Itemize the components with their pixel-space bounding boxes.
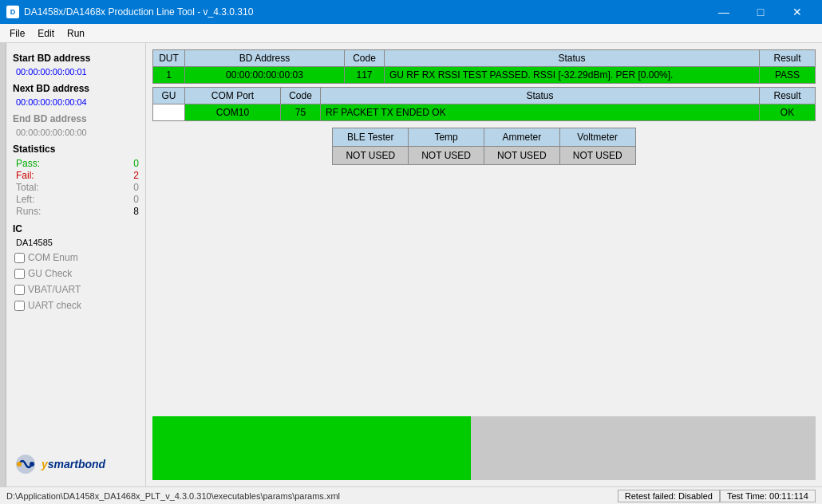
voltmeter-value: NOT USED xyxy=(559,147,635,165)
retest-status: Retest failed: Disabled xyxy=(618,490,720,502)
dut-result: PASS xyxy=(760,67,816,84)
statistics-label: Statistics xyxy=(13,144,139,155)
runs-label: Runs: xyxy=(16,206,85,217)
svg-point-2 xyxy=(30,462,34,467)
instruments-header: BLE Tester Temp Ammeter Voltmeter xyxy=(333,128,635,147)
menu-bar: File Edit Run xyxy=(0,24,822,43)
status-right: Retest failed: Disabled Test Time: 00:11… xyxy=(618,490,816,502)
fail-label: Fail: xyxy=(16,170,85,181)
total-value: 0 xyxy=(89,182,139,193)
start-bd-value: 00:00:00:00:00:01 xyxy=(16,67,139,77)
checkbox-gu-check[interactable]: GU Check xyxy=(14,268,139,279)
vbat-uart-label: VBAT/UART xyxy=(28,284,81,295)
dut-code: 117 xyxy=(345,67,385,84)
temp-header: Temp xyxy=(409,128,484,147)
checkbox-com-enum[interactable]: COM Enum xyxy=(14,252,139,263)
left-panel: Start BD address 00:00:00:00:00:01 Next … xyxy=(6,43,146,486)
progress-area xyxy=(152,416,816,480)
gu-code: 75 xyxy=(281,104,321,121)
com-port-col-header: COM Port xyxy=(185,88,281,104)
left-label: Left: xyxy=(16,194,85,205)
ble-tester-value: NOT USED xyxy=(333,147,409,165)
status-path: D:\Application\DA1458x_DA1468x_PLT_v_4.3… xyxy=(6,491,618,501)
next-bd-label: Next BD address xyxy=(13,83,139,94)
ammeter-header: Ammeter xyxy=(484,128,560,147)
smartbond-text-container: ysmartbond xyxy=(41,458,105,471)
menu-edit[interactable]: Edit xyxy=(31,24,61,42)
gu-status-col-header: Status xyxy=(321,88,760,104)
gu-table-row: COM10 75 RF PACKET TX ENDED OK OK xyxy=(153,104,816,121)
com-enum-label: COM Enum xyxy=(28,252,78,263)
uart-check-label: UART check xyxy=(28,300,81,311)
smartbond-brand: ysmartbond xyxy=(41,458,105,471)
gu-check-label: GU Check xyxy=(28,268,72,279)
bd-address-col-header: BD Address xyxy=(185,50,345,67)
total-label: Total: xyxy=(16,182,85,193)
app-icon: D xyxy=(6,6,19,18)
pass-value: 0 xyxy=(89,158,139,169)
ic-label: IC xyxy=(13,223,139,234)
right-panel: DUT BD Address Code Status Result 1 00:0… xyxy=(146,43,822,486)
checkbox-vbat-uart[interactable]: VBAT/UART xyxy=(14,284,139,295)
dut-table-header: DUT BD Address Code Status Result xyxy=(153,50,816,67)
gu-result: OK xyxy=(760,104,816,121)
gu-number xyxy=(153,104,185,121)
left-value: 0 xyxy=(89,194,139,205)
menu-run[interactable]: Run xyxy=(61,24,91,42)
test-time: Test Time: 00:11:114 xyxy=(720,490,816,502)
checkbox-uart-check[interactable]: UART check xyxy=(14,300,139,311)
gu-code-col-header: Code xyxy=(281,88,321,104)
progress-green-bar xyxy=(152,416,471,480)
menu-file[interactable]: File xyxy=(3,24,31,42)
uart-check-checkbox[interactable] xyxy=(14,301,25,311)
gu-table-header: GU COM Port Code Status Result xyxy=(153,88,816,104)
ammeter-value: NOT USED xyxy=(484,147,560,165)
next-bd-value: 00:00:00:00:00:04 xyxy=(16,97,139,107)
smartbond-svg-icon xyxy=(13,451,38,477)
runs-value: 8 xyxy=(89,206,139,217)
ble-tester-header: BLE Tester xyxy=(333,128,409,147)
fail-value: 2 xyxy=(89,170,139,181)
com-enum-checkbox[interactable] xyxy=(14,253,25,263)
voltmeter-header: Voltmeter xyxy=(559,128,635,147)
result-col-header: Result xyxy=(760,50,816,67)
smartbond-logo: ysmartbond xyxy=(13,448,139,480)
gu-status: RF PACKET TX ENDED OK xyxy=(321,104,760,121)
gu-table: GU COM Port Code Status Result COM10 75 … xyxy=(152,87,816,121)
gu-com-port: COM10 xyxy=(185,104,281,121)
status-col-header: Status xyxy=(385,50,760,67)
title-bar-buttons: — □ ✕ xyxy=(705,0,816,24)
statistics-grid: Pass: 0 Fail: 2 Total: 0 Left: 0 Runs: 8 xyxy=(16,158,139,217)
minimize-button[interactable]: — xyxy=(705,0,742,24)
code-col-header: Code xyxy=(345,50,385,67)
gu-col-header: GU xyxy=(153,88,185,104)
main-content: Start BD address 00:00:00:00:00:01 Next … xyxy=(0,43,822,486)
title-bar-text: DA1458x/DA1468x Production Line Tool - v… xyxy=(24,6,705,18)
status-bar: D:\Application\DA1458x_DA1468x_PLT_v_4.3… xyxy=(0,486,822,504)
start-bd-label: Start BD address xyxy=(13,53,139,64)
instruments-row: NOT USED NOT USED NOT USED NOT USED xyxy=(333,147,635,165)
end-bd-label: End BD address xyxy=(13,113,139,124)
dut-table: DUT BD Address Code Status Result 1 00:0… xyxy=(152,49,816,84)
vbat-uart-checkbox[interactable] xyxy=(14,285,25,295)
end-bd-value: 00:00:00:00:00:00 xyxy=(16,128,139,137)
svg-point-1 xyxy=(17,462,22,467)
dut-number: 1 xyxy=(153,67,185,84)
dut-bd-address: 00:00:00:00:00:03 xyxy=(185,67,345,84)
progress-gray-bar xyxy=(471,416,816,480)
instruments-table: BLE Tester Temp Ammeter Voltmeter NOT US… xyxy=(332,128,635,165)
dut-table-row: 1 00:00:00:00:00:03 117 GU RF RX RSSI TE… xyxy=(153,67,816,84)
ic-value: DA14585 xyxy=(16,238,139,247)
pass-label: Pass: xyxy=(16,158,85,169)
close-button[interactable]: ✕ xyxy=(779,0,816,24)
gu-result-col-header: Result xyxy=(760,88,816,104)
sidebar-indicator xyxy=(0,43,6,486)
title-bar: D DA1458x/DA1468x Production Line Tool -… xyxy=(0,0,822,24)
dut-col-header: DUT xyxy=(153,50,185,67)
dut-status: GU RF RX RSSI TEST PASSED. RSSI [-32.29d… xyxy=(385,67,760,84)
temp-value: NOT USED xyxy=(409,147,484,165)
gu-check-checkbox[interactable] xyxy=(14,269,25,279)
instruments-container: BLE Tester Temp Ammeter Voltmeter NOT US… xyxy=(152,128,816,165)
maximize-button[interactable]: □ xyxy=(742,0,779,24)
